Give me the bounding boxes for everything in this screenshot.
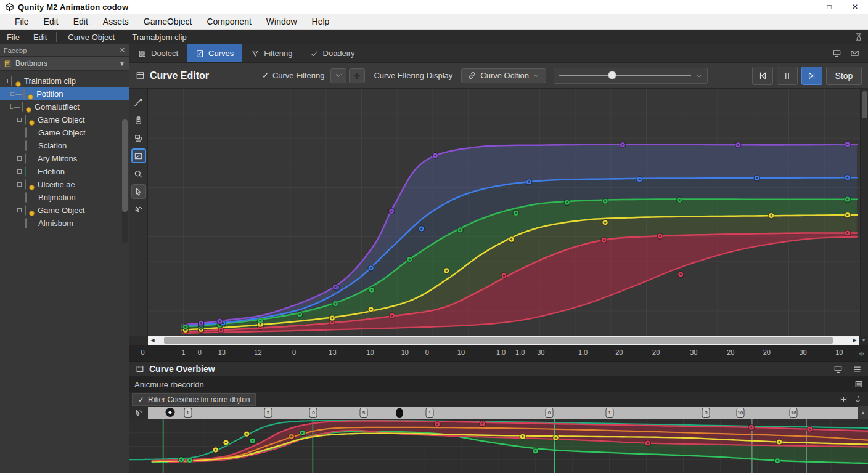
- timeline-slider[interactable]: [554, 68, 708, 84]
- overview-chart[interactable]: [129, 419, 868, 473]
- menu-item-edit[interactable]: Edit: [36, 14, 66, 29]
- timeline-marker[interactable]: 1: [605, 408, 613, 418]
- tree-item-game-object[interactable]: Game Object: [0, 204, 129, 217]
- expander-icon[interactable]: [17, 169, 22, 174]
- tree-item-bnljmation[interactable]: Bnljmation: [0, 191, 129, 204]
- tab-curves[interactable]: Curves: [187, 44, 242, 62]
- skip-end-button[interactable]: [801, 67, 822, 85]
- slider-track[interactable]: [559, 75, 691, 76]
- menu-item-file[interactable]: File: [7, 14, 36, 29]
- hourglass-icon[interactable]: [854, 33, 863, 41]
- maximize-button[interactable]: □: [816, 0, 842, 14]
- tab-doadeiry[interactable]: Doadeiry: [301, 44, 364, 62]
- menu-item-window[interactable]: Window: [259, 14, 305, 29]
- tree-item-sclation[interactable]: Sclation: [0, 139, 129, 152]
- tab-doolect[interactable]: Doolect: [129, 44, 187, 62]
- menu-icon[interactable]: [853, 365, 862, 374]
- menu-item-help[interactable]: Help: [305, 14, 337, 29]
- tree-item-game-object[interactable]: Game Object: [0, 113, 129, 126]
- scroll-right-arrow[interactable]: ▶: [850, 336, 859, 345]
- slider-knob[interactable]: [608, 71, 616, 79]
- window-titlebar: Qunity M2 Animation codow – □ ✕: [0, 0, 868, 14]
- timeline-marker[interactable]: 0: [545, 408, 553, 418]
- menu-item-gameobject[interactable]: GameObject: [136, 14, 200, 29]
- expander-icon[interactable]: [4, 79, 8, 83]
- timeline-marker[interactable]: 3: [264, 408, 272, 418]
- grid-small-icon[interactable]: [840, 395, 848, 403]
- expander-icon[interactable]: [17, 182, 22, 187]
- menu-item-component[interactable]: Component: [199, 14, 258, 29]
- timeline-marker[interactable]: 1: [184, 408, 192, 418]
- chevron-down-icon: [696, 73, 702, 79]
- toolbar-item-tramabjom-clip[interactable]: Tramabjom clip: [123, 33, 195, 42]
- anchor-icon[interactable]: [854, 395, 862, 403]
- expander-icon[interactable]: [17, 118, 22, 122]
- hscroll-track[interactable]: [157, 336, 850, 345]
- timeline-marker[interactable]: ◆: [165, 408, 174, 417]
- curve-chart[interactable]: [148, 89, 860, 336]
- timeline-marker[interactable]: 5: [360, 408, 368, 418]
- tick-label: 10: [457, 349, 465, 356]
- panel-header[interactable]: Faeebp ✕: [0, 44, 129, 57]
- tree-item-game-object[interactable]: Game Object: [0, 126, 129, 139]
- curve-option-dropdown[interactable]: Curve Ocltion: [461, 68, 546, 83]
- timeline-marker[interactable]: 0: [309, 408, 317, 418]
- sidebar-scrollbar[interactable]: [122, 119, 128, 243]
- object-icon: [25, 206, 33, 215]
- skip-start-button[interactable]: [752, 67, 773, 85]
- tree-item-ary-mlitons[interactable]: Ary Mlitons: [0, 152, 129, 165]
- monitor-icon[interactable]: [832, 49, 841, 58]
- tree-item-potition[interactable]: ⊏ —Potition: [0, 87, 129, 100]
- monitor-icon[interactable]: [833, 365, 843, 374]
- tree-item-trainatiom-clip[interactable]: Trainatiom clip: [0, 75, 129, 87]
- toolbar-item-edit[interactable]: Edit: [27, 33, 54, 42]
- expander-icon[interactable]: [17, 208, 22, 212]
- tree-item-ulceitie-ae[interactable]: Ulceitie ae: [0, 178, 129, 191]
- tool-clipboard-button[interactable]: [131, 113, 146, 127]
- tick-label: 0: [198, 349, 202, 356]
- tool-cursor2-button[interactable]: [131, 202, 146, 217]
- stop-button[interactable]: Stop: [826, 67, 862, 85]
- timeline-marker[interactable]: 1: [426, 408, 434, 418]
- toolbar-item-file[interactable]: File: [0, 33, 27, 42]
- pause-button[interactable]: [777, 67, 798, 85]
- scroll-left-arrow[interactable]: ◀: [148, 336, 157, 345]
- timeline-marker[interactable]: 3: [702, 408, 710, 418]
- tree-item-edetion[interactable]: Edetion: [0, 165, 129, 178]
- move-tool-button[interactable]: [349, 68, 365, 83]
- tool-curvebox-button[interactable]: [131, 148, 146, 163]
- anim-record-row[interactable]: Anicmure rbecorldn: [129, 377, 868, 392]
- ruler-bar[interactable]: ◆130510131818: [148, 407, 858, 419]
- crossbox-icon[interactable]: [850, 49, 859, 58]
- tree-item-label: Game Object: [38, 128, 86, 137]
- record-panel-icon[interactable]: [854, 380, 863, 389]
- overview-scroll-up[interactable]: ▲: [858, 406, 868, 419]
- key-icon[interactable]: [134, 409, 143, 418]
- timeline-marker[interactable]: [396, 408, 403, 418]
- close-button[interactable]: ✕: [842, 0, 868, 14]
- tool-lasso-button[interactable]: [131, 166, 146, 181]
- tree-item-gomalutfiect[interactable]: L —Gomalutfiect: [0, 100, 129, 113]
- menu-item-assets[interactable]: Assets: [96, 14, 136, 29]
- tree-item-label: Ulceitie ae: [38, 180, 75, 189]
- expander-icon[interactable]: [17, 156, 22, 161]
- tree-item-label: Bnljmation: [38, 193, 76, 202]
- tab-filtering[interactable]: Filtering: [242, 44, 301, 62]
- hierarchy-dropdown[interactable]: Bortbnors ▼: [0, 57, 129, 71]
- panel-close-icon[interactable]: ✕: [120, 46, 125, 54]
- tree-item-almisbom[interactable]: Almisbom: [0, 217, 129, 230]
- menu-item-edit[interactable]: Edit: [66, 14, 96, 29]
- overview-filter-chip[interactable]: ✓ Ritier Coexihoe tin narre dbjton: [132, 393, 256, 406]
- tool-cursor-button[interactable]: [131, 184, 146, 199]
- hscroll-thumb[interactable]: [164, 337, 833, 344]
- tool-layers-button[interactable]: [131, 131, 146, 145]
- minimize-button[interactable]: –: [790, 0, 816, 14]
- scroll-corner-chevron[interactable]: ▾: [859, 336, 868, 345]
- toolbar-item-curve-object[interactable]: Curve Object: [59, 33, 123, 42]
- chart-vertical-scrollbar[interactable]: [860, 89, 868, 336]
- timeline-marker[interactable]: 18: [790, 408, 798, 418]
- filtering-dropdown-button[interactable]: [330, 68, 346, 83]
- timeline-marker[interactable]: 18: [736, 408, 744, 418]
- tool-pen-button[interactable]: [131, 95, 146, 110]
- curve-editor-icon: [136, 71, 145, 80]
